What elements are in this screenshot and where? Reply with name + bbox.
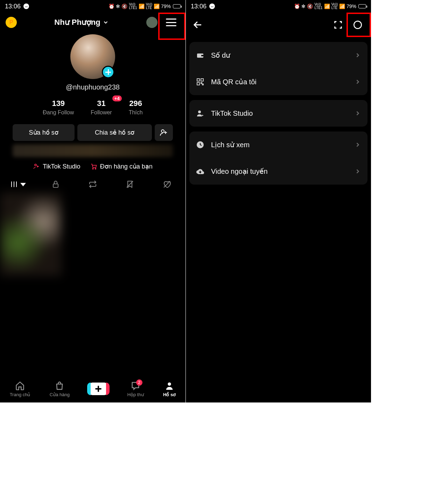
bluetooth-icon: ✻ (116, 3, 120, 9)
alarm-icon: ⏰ (294, 3, 300, 9)
stat-followers[interactable]: 31 +4 Follower (91, 99, 112, 116)
battery-pct: 79% (161, 3, 171, 9)
quicklink-orders[interactable]: Đơn hàng của bạn (90, 163, 153, 170)
bio-blurred (13, 144, 173, 157)
person-add-icon (160, 128, 168, 137)
wallet-icon (196, 51, 205, 60)
nav-profile[interactable]: Hồ sơ (163, 381, 176, 397)
svg-point-13 (168, 382, 171, 385)
svg-rect-21 (197, 83, 200, 85)
highlight-box (346, 13, 371, 37)
volte2-icon: Vo))LTE (331, 3, 338, 10)
shop-icon (55, 381, 64, 391)
battery-pct: 79% (346, 3, 356, 9)
clock-icon (196, 140, 205, 149)
volte-icon: Vo))LTE1 (314, 3, 322, 10)
inbox-badge: 2 (136, 379, 142, 386)
tab-liked[interactable] (148, 177, 186, 192)
nav-create[interactable] (89, 383, 108, 395)
tab-grid[interactable] (0, 177, 37, 192)
chevron-right-icon (354, 52, 361, 59)
studio-icon (196, 109, 205, 118)
tab-reposts[interactable] (74, 177, 111, 192)
nav-shop[interactable]: Cửa hàng (50, 381, 70, 397)
nav-home[interactable]: Trang chủ (10, 381, 30, 397)
home-icon (15, 381, 25, 391)
lock-icon (51, 180, 60, 188)
svg-rect-18 (201, 55, 203, 56)
qr-icon (196, 77, 205, 86)
account-switcher[interactable]: Như Phượng (17, 18, 146, 27)
chevron-right-icon (354, 78, 361, 85)
bottom-nav: Trang chủ Cửa hàng 2 Hộp thư Hồ sơ (0, 375, 186, 402)
bookmark-hidden-icon (126, 180, 134, 188)
video-thumbnail[interactable] (0, 193, 62, 276)
followers-delta-badge: +4 (112, 95, 122, 101)
add-story-button[interactable] (102, 66, 114, 78)
svg-point-4 (92, 168, 93, 169)
menu-studio[interactable]: TikTok Studio (189, 100, 368, 127)
stat-likes[interactable]: 296 Thích (129, 99, 143, 116)
bluetooth-icon: ✻ (301, 3, 306, 9)
signal2-icon: 📶 (154, 3, 160, 9)
tab-saved[interactable] (111, 177, 148, 192)
display-name: Như Phượng (54, 18, 100, 27)
svg-marker-9 (20, 183, 26, 186)
svg-point-0 (161, 130, 164, 133)
chevron-right-icon (354, 168, 361, 175)
chevron-right-icon (354, 141, 361, 148)
menu-offline[interactable]: Video ngoại tuyến (189, 158, 368, 185)
coin-icon[interactable]: P (6, 17, 17, 28)
download-cloud-icon (196, 167, 205, 176)
mute-icon: 🔇 (121, 3, 127, 9)
svg-rect-23 (202, 84, 203, 85)
menu-balance[interactable]: Số dư (189, 42, 368, 69)
create-icon (89, 383, 108, 395)
volte-icon: Vo))LTE1 (129, 3, 137, 10)
status-bar: 13:06 – ⏰ ✻ 🔇 Vo))LTE1 📶 Vo))LTE 📶 79% (0, 0, 186, 13)
profile-header: P Như Phượng (0, 13, 186, 32)
heart-hidden-icon (163, 180, 171, 188)
signal2-icon: 📶 (339, 3, 345, 9)
studio-icon (33, 163, 40, 170)
svg-marker-25 (202, 115, 204, 116)
profile-stats: 139 Đang Follow 31 +4 Follower 296 Thích (0, 99, 186, 116)
chevron-right-icon (354, 110, 361, 117)
status-bar: 13:06 – ⏰ ✻ 🔇 Vo))LTE1 📶 Vo))LTE 📶 79% (186, 0, 371, 13)
scan-button[interactable] (328, 15, 348, 35)
quicklink-studio[interactable]: TikTok Studio (33, 163, 80, 170)
battery-icon (358, 4, 366, 8)
profile-avatar[interactable] (70, 34, 115, 79)
dnd-icon: – (209, 3, 215, 9)
phone-profile-screen: 13:06 – ⏰ ✻ 🔇 Vo))LTE1 📶 Vo))LTE 📶 79% P… (0, 0, 186, 402)
repost-icon (89, 180, 97, 188)
profile-icon (164, 381, 174, 391)
mute-icon: 🔇 (307, 3, 313, 9)
menu-header (186, 13, 371, 37)
volte2-icon: Vo))LTE (146, 3, 152, 10)
back-button[interactable] (189, 16, 206, 33)
add-friends-button[interactable] (155, 124, 173, 141)
menu-qr[interactable]: Mã QR của tôi (189, 69, 368, 95)
share-profile-button[interactable]: Chia sẻ hồ sơ (77, 124, 152, 141)
svg-rect-10 (53, 184, 58, 187)
svg-rect-22 (201, 83, 202, 84)
menu-history[interactable]: Lịch sử xem (189, 131, 368, 158)
tab-private[interactable] (37, 177, 74, 192)
edit-profile-button[interactable]: Sửa hồ sơ (13, 124, 75, 141)
chevron-down-icon (19, 180, 27, 188)
svg-rect-20 (201, 79, 203, 81)
svg-point-24 (198, 110, 201, 113)
stat-following[interactable]: 139 Đang Follow (43, 99, 74, 116)
signal-icon: 📶 (139, 3, 145, 9)
nav-inbox[interactable]: 2 Hộp thư (127, 381, 144, 397)
dnd-icon: – (23, 3, 29, 9)
status-time: 13:06 (5, 3, 21, 10)
svg-point-5 (95, 168, 96, 169)
arrow-left-icon (192, 20, 203, 30)
scan-icon (333, 20, 343, 30)
status-time: 13:06 (191, 3, 206, 10)
phone-menu-screen: 13:06 – ⏰ ✻ 🔇 Vo))LTE1 📶 Vo))LTE 📶 79% (186, 0, 371, 402)
svg-rect-19 (197, 79, 200, 81)
other-account-avatar[interactable] (146, 17, 158, 28)
